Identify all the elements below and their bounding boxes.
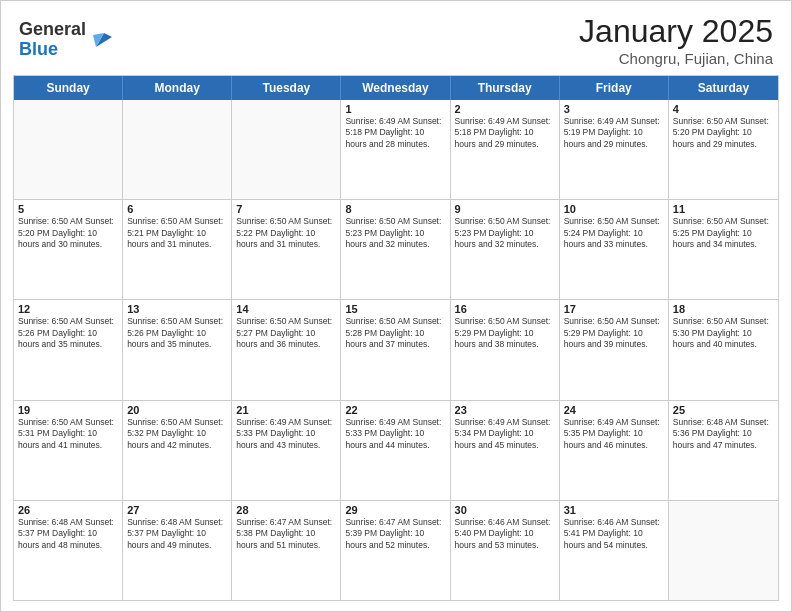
day-info: Sunrise: 6:50 AM Sunset: 5:27 PM Dayligh… bbox=[236, 316, 336, 350]
day-info: Sunrise: 6:50 AM Sunset: 5:29 PM Dayligh… bbox=[564, 316, 664, 350]
day-cell: 16Sunrise: 6:50 AM Sunset: 5:29 PM Dayli… bbox=[451, 300, 560, 399]
day-number: 12 bbox=[18, 303, 118, 315]
day-info: Sunrise: 6:50 AM Sunset: 5:29 PM Dayligh… bbox=[455, 316, 555, 350]
day-info: Sunrise: 6:49 AM Sunset: 5:18 PM Dayligh… bbox=[455, 116, 555, 150]
week-row-4: 19Sunrise: 6:50 AM Sunset: 5:31 PM Dayli… bbox=[14, 400, 778, 500]
title-block: January 2025 Chongru, Fujian, China bbox=[579, 13, 773, 67]
day-info: Sunrise: 6:50 AM Sunset: 5:30 PM Dayligh… bbox=[673, 316, 774, 350]
day-cell: 14Sunrise: 6:50 AM Sunset: 5:27 PM Dayli… bbox=[232, 300, 341, 399]
day-info: Sunrise: 6:50 AM Sunset: 5:28 PM Dayligh… bbox=[345, 316, 445, 350]
day-info: Sunrise: 6:49 AM Sunset: 5:33 PM Dayligh… bbox=[345, 417, 445, 451]
logo-blue: Blue bbox=[19, 39, 58, 59]
day-info: Sunrise: 6:49 AM Sunset: 5:34 PM Dayligh… bbox=[455, 417, 555, 451]
day-cell: 7Sunrise: 6:50 AM Sunset: 5:22 PM Daylig… bbox=[232, 200, 341, 299]
day-number: 26 bbox=[18, 504, 118, 516]
logo-text: General Blue bbox=[19, 20, 112, 60]
day-number: 14 bbox=[236, 303, 336, 315]
day-number: 31 bbox=[564, 504, 664, 516]
day-info: Sunrise: 6:50 AM Sunset: 5:24 PM Dayligh… bbox=[564, 216, 664, 250]
day-header-friday: Friday bbox=[560, 76, 669, 100]
day-cell: 3Sunrise: 6:49 AM Sunset: 5:19 PM Daylig… bbox=[560, 100, 669, 199]
day-number: 9 bbox=[455, 203, 555, 215]
day-cell: 17Sunrise: 6:50 AM Sunset: 5:29 PM Dayli… bbox=[560, 300, 669, 399]
day-number: 18 bbox=[673, 303, 774, 315]
day-cell: 15Sunrise: 6:50 AM Sunset: 5:28 PM Dayli… bbox=[341, 300, 450, 399]
day-cell: 20Sunrise: 6:50 AM Sunset: 5:32 PM Dayli… bbox=[123, 401, 232, 500]
day-cell: 2Sunrise: 6:49 AM Sunset: 5:18 PM Daylig… bbox=[451, 100, 560, 199]
day-number: 13 bbox=[127, 303, 227, 315]
day-number: 28 bbox=[236, 504, 336, 516]
day-info: Sunrise: 6:49 AM Sunset: 5:19 PM Dayligh… bbox=[564, 116, 664, 150]
day-number: 10 bbox=[564, 203, 664, 215]
day-number: 27 bbox=[127, 504, 227, 516]
day-cell bbox=[123, 100, 232, 199]
day-cell: 21Sunrise: 6:49 AM Sunset: 5:33 PM Dayli… bbox=[232, 401, 341, 500]
day-number: 2 bbox=[455, 103, 555, 115]
day-cell: 18Sunrise: 6:50 AM Sunset: 5:30 PM Dayli… bbox=[669, 300, 778, 399]
day-number: 25 bbox=[673, 404, 774, 416]
day-number: 6 bbox=[127, 203, 227, 215]
day-number: 24 bbox=[564, 404, 664, 416]
day-number: 30 bbox=[455, 504, 555, 516]
day-cell: 5Sunrise: 6:50 AM Sunset: 5:20 PM Daylig… bbox=[14, 200, 123, 299]
day-info: Sunrise: 6:50 AM Sunset: 5:21 PM Dayligh… bbox=[127, 216, 227, 250]
week-row-3: 12Sunrise: 6:50 AM Sunset: 5:26 PM Dayli… bbox=[14, 299, 778, 399]
day-cell: 8Sunrise: 6:50 AM Sunset: 5:23 PM Daylig… bbox=[341, 200, 450, 299]
day-cell: 22Sunrise: 6:49 AM Sunset: 5:33 PM Dayli… bbox=[341, 401, 450, 500]
day-info: Sunrise: 6:50 AM Sunset: 5:23 PM Dayligh… bbox=[345, 216, 445, 250]
day-number: 5 bbox=[18, 203, 118, 215]
logo-icon bbox=[90, 29, 112, 51]
day-info: Sunrise: 6:50 AM Sunset: 5:32 PM Dayligh… bbox=[127, 417, 227, 451]
day-number: 4 bbox=[673, 103, 774, 115]
day-cell bbox=[14, 100, 123, 199]
day-info: Sunrise: 6:49 AM Sunset: 5:33 PM Dayligh… bbox=[236, 417, 336, 451]
day-header-wednesday: Wednesday bbox=[341, 76, 450, 100]
day-info: Sunrise: 6:46 AM Sunset: 5:41 PM Dayligh… bbox=[564, 517, 664, 551]
logo: General Blue bbox=[19, 20, 112, 60]
day-info: Sunrise: 6:48 AM Sunset: 5:36 PM Dayligh… bbox=[673, 417, 774, 451]
day-info: Sunrise: 6:47 AM Sunset: 5:39 PM Dayligh… bbox=[345, 517, 445, 551]
day-cell bbox=[232, 100, 341, 199]
day-number: 29 bbox=[345, 504, 445, 516]
day-cell: 26Sunrise: 6:48 AM Sunset: 5:37 PM Dayli… bbox=[14, 501, 123, 600]
day-cell: 28Sunrise: 6:47 AM Sunset: 5:38 PM Dayli… bbox=[232, 501, 341, 600]
day-cell: 4Sunrise: 6:50 AM Sunset: 5:20 PM Daylig… bbox=[669, 100, 778, 199]
day-number: 8 bbox=[345, 203, 445, 215]
day-cell: 11Sunrise: 6:50 AM Sunset: 5:25 PM Dayli… bbox=[669, 200, 778, 299]
day-number: 19 bbox=[18, 404, 118, 416]
day-header-monday: Monday bbox=[123, 76, 232, 100]
day-info: Sunrise: 6:50 AM Sunset: 5:26 PM Dayligh… bbox=[127, 316, 227, 350]
day-cell: 13Sunrise: 6:50 AM Sunset: 5:26 PM Dayli… bbox=[123, 300, 232, 399]
day-info: Sunrise: 6:46 AM Sunset: 5:40 PM Dayligh… bbox=[455, 517, 555, 551]
month-title: January 2025 bbox=[579, 13, 773, 50]
week-row-1: 1Sunrise: 6:49 AM Sunset: 5:18 PM Daylig… bbox=[14, 100, 778, 199]
day-cell: 30Sunrise: 6:46 AM Sunset: 5:40 PM Dayli… bbox=[451, 501, 560, 600]
day-info: Sunrise: 6:49 AM Sunset: 5:35 PM Dayligh… bbox=[564, 417, 664, 451]
day-header-thursday: Thursday bbox=[451, 76, 560, 100]
day-info: Sunrise: 6:49 AM Sunset: 5:18 PM Dayligh… bbox=[345, 116, 445, 150]
week-row-5: 26Sunrise: 6:48 AM Sunset: 5:37 PM Dayli… bbox=[14, 500, 778, 600]
day-headers: SundayMondayTuesdayWednesdayThursdayFrid… bbox=[14, 76, 778, 100]
day-cell: 23Sunrise: 6:49 AM Sunset: 5:34 PM Dayli… bbox=[451, 401, 560, 500]
day-info: Sunrise: 6:50 AM Sunset: 5:20 PM Dayligh… bbox=[18, 216, 118, 250]
day-header-sunday: Sunday bbox=[14, 76, 123, 100]
day-cell: 25Sunrise: 6:48 AM Sunset: 5:36 PM Dayli… bbox=[669, 401, 778, 500]
day-cell bbox=[669, 501, 778, 600]
day-number: 3 bbox=[564, 103, 664, 115]
day-cell: 10Sunrise: 6:50 AM Sunset: 5:24 PM Dayli… bbox=[560, 200, 669, 299]
day-cell: 31Sunrise: 6:46 AM Sunset: 5:41 PM Dayli… bbox=[560, 501, 669, 600]
logo-general: General bbox=[19, 19, 86, 39]
day-number: 21 bbox=[236, 404, 336, 416]
day-cell: 27Sunrise: 6:48 AM Sunset: 5:37 PM Dayli… bbox=[123, 501, 232, 600]
day-info: Sunrise: 6:50 AM Sunset: 5:20 PM Dayligh… bbox=[673, 116, 774, 150]
day-number: 1 bbox=[345, 103, 445, 115]
day-cell: 1Sunrise: 6:49 AM Sunset: 5:18 PM Daylig… bbox=[341, 100, 450, 199]
day-cell: 24Sunrise: 6:49 AM Sunset: 5:35 PM Dayli… bbox=[560, 401, 669, 500]
day-info: Sunrise: 6:48 AM Sunset: 5:37 PM Dayligh… bbox=[127, 517, 227, 551]
weeks: 1Sunrise: 6:49 AM Sunset: 5:18 PM Daylig… bbox=[14, 100, 778, 600]
day-number: 22 bbox=[345, 404, 445, 416]
day-info: Sunrise: 6:47 AM Sunset: 5:38 PM Dayligh… bbox=[236, 517, 336, 551]
day-info: Sunrise: 6:50 AM Sunset: 5:23 PM Dayligh… bbox=[455, 216, 555, 250]
calendar-page: General Blue January 2025 Chongru, Fujia… bbox=[0, 0, 792, 612]
location-title: Chongru, Fujian, China bbox=[579, 50, 773, 67]
